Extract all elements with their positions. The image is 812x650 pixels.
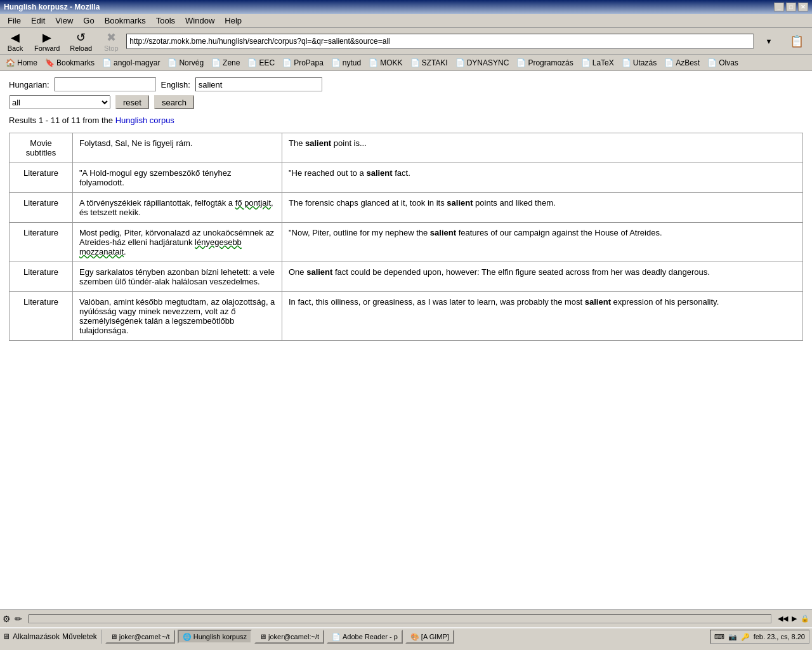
taskbar-task-0[interactable]: 🖥 joker@camel:~/t bbox=[105, 630, 175, 644]
status-icon-1: ⚙ bbox=[3, 614, 11, 624]
page-icon12: 📄 bbox=[622, 58, 631, 67]
english-input[interactable] bbox=[195, 77, 322, 91]
terminal-icon2: 🖥 bbox=[259, 633, 266, 640]
forward-icon: ▶ bbox=[43, 30, 51, 44]
reload-button[interactable]: ↺ Reload bbox=[66, 29, 96, 53]
menubar: File Edit View Go Bookmarks Tools Window… bbox=[0, 14, 812, 28]
security-icon: 🔒 bbox=[801, 614, 809, 623]
salient-word: salient bbox=[585, 297, 611, 307]
source-dropdown[interactable]: all bbox=[9, 95, 110, 109]
menu-file[interactable]: File bbox=[3, 15, 26, 27]
hungarian-cell: Folytasd, Sal, Ne is figyelj rám. bbox=[73, 133, 282, 163]
reset-button[interactable]: reset bbox=[115, 95, 149, 109]
hungarian-cell: Egy sarkalatos tényben azonban bízni leh… bbox=[73, 262, 282, 292]
taskbar-task-3[interactable]: 📄 Adobe Reader - p bbox=[327, 630, 403, 644]
page-icon4: 📄 bbox=[247, 58, 257, 67]
english-label: English: bbox=[161, 80, 190, 90]
hungarian-input[interactable] bbox=[55, 77, 156, 91]
tray-clock: feb. 23., cs, 8.20 bbox=[754, 633, 805, 640]
bookmark-angol-magyar[interactable]: 📄 angol-magyar bbox=[99, 58, 163, 68]
bookmark-azbest[interactable]: 📄 AzBest bbox=[661, 58, 703, 68]
search-form: Hungarian: English: all reset search bbox=[9, 77, 803, 109]
taskbar-task-2[interactable]: 🖥 joker@camel:~/t bbox=[254, 630, 324, 644]
tray-icon-2: 📷 bbox=[728, 633, 737, 641]
system-tray: ⌨ 📷 🔑 feb. 23., cs, 8.20 bbox=[710, 630, 809, 644]
table-row: Literature Most pedig, Piter, körvonalaz… bbox=[10, 223, 803, 262]
back-icon: ◀ bbox=[11, 30, 20, 44]
page-icon5: 📄 bbox=[282, 58, 292, 67]
hungarian-cell: A törvényszékiek rápillantottak, felfogt… bbox=[73, 193, 282, 223]
history-dropdown[interactable]: ▼ bbox=[756, 36, 782, 46]
taskbar-task-4[interactable]: 🎨 [A GIMP] bbox=[405, 630, 454, 644]
category-cell: Literature bbox=[10, 163, 73, 193]
apps-label[interactable]: Alkalmazások bbox=[13, 632, 60, 641]
stop-icon: ✖ bbox=[107, 30, 116, 44]
menu-help[interactable]: Help bbox=[219, 15, 247, 27]
bookmark-zene[interactable]: 📄 Zene bbox=[208, 58, 243, 68]
bookmark-bookmarks[interactable]: 🔖 Bookmarks bbox=[42, 58, 98, 68]
table-row: Literature Valóban, amint később megtudt… bbox=[10, 292, 803, 341]
bookmark-nytud[interactable]: 📄 nytud bbox=[328, 58, 364, 68]
category-cell: Literature bbox=[10, 223, 73, 262]
taskbar-task-1[interactable]: 🌐 Hunglish korpusz bbox=[178, 630, 252, 644]
english-cell: The salient point is... bbox=[282, 133, 803, 163]
menu-view[interactable]: View bbox=[50, 15, 78, 27]
bookmark-utazas[interactable]: 📄 Utazás bbox=[619, 58, 660, 68]
menu-go[interactable]: Go bbox=[78, 15, 99, 27]
nav-icon-1: ◀◀ bbox=[778, 614, 788, 623]
salient-word: salient bbox=[305, 138, 331, 148]
tray-icon-3: 🔑 bbox=[741, 633, 750, 641]
category-cell: Literature bbox=[10, 262, 73, 292]
bookmark-home[interactable]: 🏠 Home bbox=[3, 58, 41, 68]
salient-word: salient bbox=[306, 267, 332, 277]
page-icon14: 📄 bbox=[707, 58, 717, 67]
page-icon: 📄 bbox=[102, 58, 112, 67]
bookmark-sztaki[interactable]: 📄 SZTAKI bbox=[407, 58, 451, 68]
corpus-link[interactable]: Hunglish corpus bbox=[115, 116, 174, 125]
hungarian-cell: "A Hold-mogul egy szembeszökő tényhez fo… bbox=[73, 163, 282, 193]
bookmark-latex[interactable]: 📄 LaTeX bbox=[578, 58, 617, 68]
statusbar: ⚙ ✏ ◀◀ ▶ 🔒 bbox=[0, 609, 812, 627]
address-bar[interactable] bbox=[126, 34, 754, 49]
page-icon13: 📄 bbox=[664, 58, 674, 67]
actions-label[interactable]: Műveletek bbox=[62, 632, 97, 641]
home-icon: 🏠 bbox=[6, 58, 15, 67]
dropdown-icon: ▼ bbox=[766, 37, 773, 45]
toolbar: ◀ Back ▶ Forward ↺ Reload ✖ Stop ▼ 📋 bbox=[0, 28, 812, 55]
taskbar-separator bbox=[101, 630, 102, 644]
bookmark-dynasync[interactable]: 📄 DYNASYNC bbox=[452, 58, 513, 68]
main-content: Hungarian: English: all reset search Res… bbox=[0, 71, 812, 609]
bookmark-norveg[interactable]: 📄 Norvég bbox=[164, 58, 207, 68]
status-icon-2: ✏ bbox=[15, 614, 22, 624]
bookmark-olvas[interactable]: 📄 Olvas bbox=[704, 58, 742, 68]
menu-window[interactable]: Window bbox=[180, 15, 219, 27]
bookmark-programozas[interactable]: 📄 Programozás bbox=[513, 58, 576, 68]
page-icon9: 📄 bbox=[455, 58, 465, 67]
bookmark-eec[interactable]: 📄 EEC bbox=[244, 58, 278, 68]
terminal-icon: 🖥 bbox=[110, 633, 117, 640]
hungarian-label: Hungarian: bbox=[9, 80, 49, 90]
menu-edit[interactable]: Edit bbox=[26, 15, 50, 27]
hungarian-cell: Valóban, amint később megtudtam, az olaj… bbox=[73, 292, 282, 341]
bookmark-mokk[interactable]: 📄 MOKK bbox=[365, 58, 405, 68]
page-icon2: 📄 bbox=[167, 58, 177, 67]
minimize-button[interactable]: _ bbox=[774, 3, 784, 11]
page-icon7: 📄 bbox=[369, 58, 378, 67]
titlebar-buttons: _ □ ✕ bbox=[774, 3, 808, 11]
start-area: 🖥 Alkalmazások Műveletek bbox=[3, 632, 97, 641]
category-cell: Literature bbox=[10, 292, 73, 341]
maximize-button[interactable]: □ bbox=[786, 3, 796, 11]
menu-tools[interactable]: Tools bbox=[151, 15, 180, 27]
hungarian-cell: Most pedig, Piter, körvonalazd az unokaö… bbox=[73, 223, 282, 262]
page-icon11: 📄 bbox=[581, 58, 591, 67]
back-button[interactable]: ◀ Back bbox=[3, 29, 28, 53]
english-cell: "Now, Piter, outline for my nephew the s… bbox=[282, 223, 803, 262]
stop-button[interactable]: ✖ Stop bbox=[98, 29, 124, 53]
menu-bookmarks[interactable]: Bookmarks bbox=[100, 15, 151, 27]
window-title: Hunglish korpusz - Mozilla bbox=[4, 3, 100, 11]
go-button[interactable]: 📋 bbox=[784, 33, 809, 50]
close-button[interactable]: ✕ bbox=[798, 3, 808, 11]
forward-button[interactable]: ▶ Forward bbox=[30, 29, 63, 53]
search-button[interactable]: search bbox=[154, 95, 194, 109]
bookmark-propapa[interactable]: 📄 ProPapa bbox=[279, 58, 327, 68]
